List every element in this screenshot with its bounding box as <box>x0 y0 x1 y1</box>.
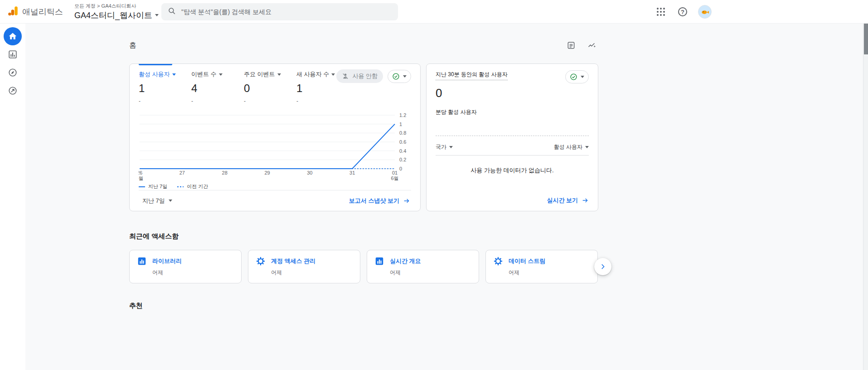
metric-value: 1 <box>139 82 191 95</box>
analytics-logo[interactable]: 애널리틱스 <box>0 5 68 19</box>
metric-label: 활성 사용자 <box>554 143 582 151</box>
recent-card-account-access[interactable]: 계정 액세스 관리 어제 <box>248 250 360 283</box>
metric-delta: - <box>244 98 296 104</box>
recent-card-data-streams[interactable]: 데이터 스트림 어제 <box>485 250 598 283</box>
reports-icon <box>8 49 18 59</box>
per-minute-label: 분당 활성 사용자 <box>436 108 589 116</box>
suggested-section-title: 추천 <box>129 302 598 310</box>
metric-label: 새 사용자 수 <box>296 70 329 78</box>
bar-chart-icon <box>137 256 147 266</box>
gear-icon <box>256 256 266 266</box>
date-range-select[interactable]: 지난 7일 <box>140 194 175 208</box>
analytics-logo-icon <box>7 5 19 19</box>
recent-card-label: 계정 액세스 관리 <box>271 257 315 265</box>
legend-last-7-days: 지난 7일 <box>139 183 167 190</box>
chevron-down-icon <box>581 76 584 78</box>
active-users-selector[interactable]: 활성 사용자 <box>554 143 589 151</box>
goldfish-avatar-image <box>699 6 711 18</box>
insights-button[interactable] <box>586 39 598 52</box>
link-label: 보고서 스냅샷 보기 <box>349 197 399 205</box>
product-name: 애널리틱스 <box>22 6 63 17</box>
arrow-right-icon <box>403 197 410 204</box>
chevron-down-icon <box>449 146 453 148</box>
disabled-chip-label: 사용 안함 <box>352 72 378 80</box>
metric-delta: - <box>191 98 244 104</box>
overview-chart: 00.20.40.60.811.2265월2728293031016월 <box>139 110 411 181</box>
realtime-card: 지난 30분 동안의 활성 사용자 0 분당 활성 사용자 국가 <box>426 63 598 211</box>
apps-button[interactable] <box>655 5 667 18</box>
sidebar-item-explore[interactable] <box>4 63 22 82</box>
scrollbar-thumb[interactable] <box>864 24 868 54</box>
svg-text:1.2: 1.2 <box>399 112 406 118</box>
search-bar[interactable] <box>161 3 398 20</box>
svg-text:6월: 6월 <box>391 175 398 181</box>
recent-section-title: 최근에 액세스함 <box>129 232 598 241</box>
next-cards-button[interactable] <box>594 258 611 275</box>
chevron-down-icon <box>331 73 335 76</box>
note-icon <box>567 41 576 50</box>
sidebar-item-reports[interactable] <box>4 45 22 63</box>
recent-card-time: 어제 <box>509 269 590 277</box>
metric-delta: - <box>296 98 349 104</box>
breadcrumb[interactable]: 모든 계정 > GA4스터디회사 <box>74 3 159 10</box>
metric-value: 4 <box>191 82 244 95</box>
overview-card: 활성 사용자 1 - 이벤트 수 4 - <box>129 63 421 211</box>
property-name: GA4스터디_웹사이트 <box>74 10 152 21</box>
link-label: 실시간 보기 <box>547 196 578 204</box>
notes-button[interactable] <box>565 39 577 52</box>
metric-value: 0 <box>244 82 296 95</box>
metric-value: 1 <box>296 82 349 95</box>
metric-dropdown[interactable]: 이벤트 수 <box>191 70 244 78</box>
search-icon <box>168 7 176 17</box>
metric-event-count: 이벤트 수 4 - <box>191 70 244 104</box>
active-tab-indicator <box>139 64 172 65</box>
metric-dropdown[interactable]: 활성 사용자 <box>139 70 191 78</box>
chevron-down-icon <box>585 146 589 148</box>
svg-text:31: 31 <box>349 170 355 175</box>
data-quality-button[interactable] <box>388 70 411 83</box>
realtime-quality-button[interactable] <box>565 70 589 83</box>
country-selector[interactable]: 국가 <box>436 143 453 151</box>
realtime-link[interactable]: 실시간 보기 <box>547 196 589 204</box>
svg-text:0.2: 0.2 <box>399 157 406 162</box>
chart-legend: 지난 7일 이전 기간 <box>139 183 411 190</box>
chevron-down-icon <box>169 200 172 202</box>
date-range-value: 지난 7일 <box>142 197 165 205</box>
sidebar-item-advertising[interactable] <box>4 82 22 100</box>
svg-text:30: 30 <box>307 170 312 175</box>
svg-text:28: 28 <box>222 170 228 175</box>
home-icon <box>8 32 17 41</box>
report-snapshot-link[interactable]: 보고서 스냅샷 보기 <box>349 197 410 205</box>
dashed-line-swatch <box>177 186 184 187</box>
metric-label: 활성 사용자 <box>139 70 170 78</box>
solid-line-swatch <box>139 186 145 187</box>
page-title: 홈 <box>129 41 136 50</box>
advertising-icon <box>8 86 18 96</box>
main-content: 홈 <box>25 24 863 370</box>
legend-label: 이전 기간 <box>187 183 208 190</box>
app-header: 애널리틱스 모든 계정 > GA4스터디회사 GA4스터디_웹사이트 ? <box>0 0 868 24</box>
avatar[interactable] <box>698 5 712 19</box>
gear-icon <box>493 256 503 266</box>
svg-text:1: 1 <box>399 122 402 127</box>
svg-text:0.8: 0.8 <box>399 130 406 136</box>
chevron-down-icon <box>219 73 223 76</box>
help-button[interactable]: ? <box>676 5 689 18</box>
metric-label: 주요 이벤트 <box>244 70 275 78</box>
recent-card-library[interactable]: 라이브러리 어제 <box>129 250 242 283</box>
search-input[interactable] <box>181 8 392 15</box>
metric-label: 이벤트 수 <box>191 70 217 78</box>
metric-active-users: 활성 사용자 1 - <box>139 70 191 104</box>
check-circle-icon <box>570 73 577 81</box>
chevron-right-icon <box>599 263 607 271</box>
property-switcher[interactable]: 모든 계정 > GA4스터디회사 GA4스터디_웹사이트 <box>74 3 159 21</box>
usage-disabled-chip[interactable]: 사용 안함 <box>336 69 383 83</box>
recent-card-time: 어제 <box>390 269 471 277</box>
legend-previous-period: 이전 기간 <box>177 183 208 190</box>
recent-card-realtime-overview[interactable]: 실시간 개요 어제 <box>367 250 479 283</box>
svg-text:29: 29 <box>264 170 270 175</box>
minute-bars-chart <box>436 118 589 136</box>
svg-text:0: 0 <box>399 166 402 171</box>
sidebar-item-home[interactable] <box>4 27 22 45</box>
metric-dropdown[interactable]: 주요 이벤트 <box>244 70 296 78</box>
